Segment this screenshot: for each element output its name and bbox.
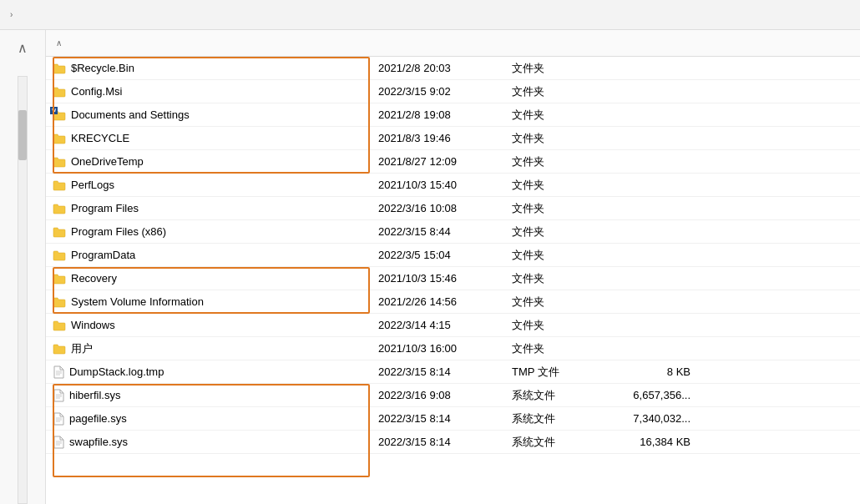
file-date-cell: 2022/3/14 4:15 [372,319,505,331]
file-name-label: Windows [71,319,115,331]
table-row[interactable]: Program Files2022/3/16 10:08文件夹 [46,197,860,220]
scrollbar-thumb[interactable] [18,110,27,160]
file-date-cell: 2022/3/15 8:14 [372,436,505,448]
file-name-label: Program Files (x86) [71,225,166,238]
file-type-cell: 系统文件 [505,435,614,450]
table-row[interactable]: Recovery2021/10/3 15:46文件夹 [46,267,860,290]
table-row[interactable]: W Documents and Settings2021/2/8 19:08文件… [46,103,860,127]
file-name-cell: Config.Msi [46,85,372,98]
file-type-cell: 文件夹 [505,84,614,99]
table-row[interactable]: $Recycle.Bin2021/2/8 20:03文件夹 [46,57,860,80]
file-date-cell: 2021/2/8 19:08 [372,108,505,121]
file-name-cell: OneDriveTemp [46,155,372,168]
file-type-cell: 文件夹 [505,154,614,169]
table-row[interactable]: System Volume Information2021/2/26 14:56… [46,290,860,314]
file-date-cell: 2022/3/15 8:14 [372,412,505,425]
file-name-cell: Program Files [46,202,372,214]
file-date-cell: 2021/10/3 16:00 [372,342,505,355]
column-headers: ∧ [46,30,860,57]
file-name-label: Recovery [71,272,117,285]
file-type-cell: 文件夹 [505,178,614,193]
table-row[interactable]: swapfile.sys2022/3/15 8:14系统文件16,384 KB [46,431,860,454]
table-row[interactable]: Config.Msi2022/3/15 9:02文件夹 [46,80,860,103]
file-type-cell: 系统文件 [505,411,614,426]
file-type-cell: 系统文件 [505,388,614,403]
file-name-cell: 用户 [46,341,372,356]
table-row[interactable]: PerfLogs2021/10/3 15:40文件夹 [46,174,860,197]
file-date-cell: 2022/3/5 15:04 [372,249,505,261]
file-name-label: swapfile.sys [69,436,128,448]
file-type-cell: 文件夹 [505,271,614,286]
table-row[interactable]: DumpStack.log.tmp2022/3/15 8:14TMP 文件8 K… [46,360,860,384]
table-row[interactable]: pagefile.sys2022/3/15 8:14系统文件7,340,032.… [46,407,860,431]
content-area: ∧ $Recycle.Bin2021/2/8 20:03文件夹 Config.M… [46,30,860,504]
file-name-cell: KRECYCLE [46,132,372,144]
file-list: $Recycle.Bin2021/2/8 20:03文件夹 Config.Msi… [46,57,860,504]
file-type-cell: TMP 文件 [505,365,614,380]
file-date-cell: 2021/8/27 12:09 [372,155,505,168]
file-list-wrapper: $Recycle.Bin2021/2/8 20:03文件夹 Config.Msi… [46,57,860,504]
col-name-header[interactable]: ∧ [46,38,372,48]
file-name-label: DumpStack.log.tmp [69,365,164,378]
table-row[interactable]: KRECYCLE2021/8/3 19:46文件夹 [46,127,860,150]
file-type-cell: 文件夹 [505,295,614,310]
main-container: ∧ ∧ [0,30,860,504]
file-type-cell: 文件夹 [505,61,614,76]
file-date-cell: 2022/3/15 9:02 [372,85,505,98]
file-name-cell: System Volume Information [46,295,372,308]
table-row[interactable]: Windows2022/3/14 4:15文件夹 [46,314,860,337]
file-type-cell: 文件夹 [505,131,614,146]
file-size-cell: 16,384 KB [614,436,697,448]
sidebar: ∧ [0,30,46,504]
table-row[interactable]: OneDriveTemp2021/8/27 12:09文件夹 [46,150,860,174]
file-type-cell: 文件夹 [505,108,614,123]
file-date-cell: 2022/3/15 8:44 [372,225,505,238]
file-name-label: Config.Msi [71,85,122,98]
file-size-cell: 7,340,032... [614,412,697,425]
file-date-cell: 2021/10/3 15:46 [372,272,505,285]
file-name-label: Program Files [71,202,139,214]
sort-arrow: ∧ [56,38,62,48]
file-name-cell: Program Files (x86) [46,225,372,238]
file-name-cell: swapfile.sys [46,436,372,449]
title-bar: › [0,0,860,30]
file-name-label: KRECYCLE [71,132,129,144]
file-date-cell: 2021/2/8 20:03 [372,62,505,74]
file-name-label: PerfLogs [71,179,114,191]
file-name-cell: pagefile.sys [46,412,372,426]
file-name-label: 用户 [71,341,93,356]
file-type-cell: 文件夹 [505,201,614,216]
file-name-label: System Volume Information [71,295,204,308]
file-size-cell: 8 KB [614,365,697,378]
file-name-cell: Recovery [46,272,372,285]
file-name-cell: DumpStack.log.tmp [46,365,372,379]
file-size-cell: 6,657,356... [614,389,697,401]
file-type-cell: 文件夹 [505,224,614,239]
file-type-cell: 文件夹 [505,318,614,333]
scrollbar-track[interactable] [18,76,28,504]
file-name-label: pagefile.sys [69,412,127,425]
file-name-label: $Recycle.Bin [71,62,134,74]
file-name-cell: W Documents and Settings [46,108,372,121]
file-name-label: Documents and Settings [71,108,190,121]
file-name-cell: $Recycle.Bin [46,62,372,74]
file-type-cell: 文件夹 [505,248,614,263]
file-date-cell: 2021/2/26 14:56 [372,295,505,308]
file-name-label: ProgramData [71,249,135,261]
file-name-label: OneDriveTemp [71,155,144,168]
table-row[interactable]: Program Files (x86)2022/3/15 8:44文件夹 [46,220,860,244]
collapse-arrow[interactable]: ∧ [14,37,31,59]
table-row[interactable]: 用户2021/10/3 16:00文件夹 [46,337,860,360]
table-row[interactable]: hiberfil.sys2022/3/16 9:08系统文件6,657,356.… [46,384,860,407]
file-date-cell: 2021/10/3 15:40 [372,179,505,191]
file-date-cell: 2021/8/3 19:46 [372,132,505,144]
file-type-cell: 文件夹 [505,341,614,356]
file-name-label: hiberfil.sys [69,389,120,401]
file-name-cell: Windows [46,319,372,331]
file-date-cell: 2022/3/15 8:14 [372,365,505,378]
breadcrumb-arrow: › [10,10,13,19]
file-name-cell: PerfLogs [46,179,372,191]
table-row[interactable]: ProgramData2022/3/5 15:04文件夹 [46,244,860,267]
file-date-cell: 2022/3/16 10:08 [372,202,505,214]
file-name-cell: ProgramData [46,249,372,261]
